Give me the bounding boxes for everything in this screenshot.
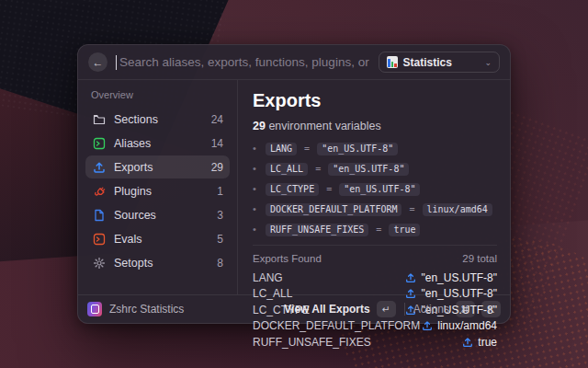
page-title: Exports: [253, 90, 497, 111]
upload-icon: [92, 160, 106, 174]
enter-key-icon[interactable]: ↵: [377, 301, 396, 317]
window-body: Overview Sections 24 Aliases 14 Exp: [78, 80, 510, 294]
sidebar-item-label: Exports: [114, 161, 203, 174]
sidebar-item-count: 5: [217, 233, 223, 246]
export-value: "en_US.UTF-8": [421, 271, 497, 284]
gear-icon: [92, 256, 106, 270]
sidebar-section-label: Overview: [91, 89, 224, 100]
action-bar: Zshrc Statistics View All Exports ↵ Acti…: [78, 294, 510, 323]
equals-sign: =: [315, 164, 321, 174]
sidebar-item-count: 1: [217, 185, 223, 198]
export-value: true: [478, 336, 497, 349]
list-item: • LANG = "en_US.UTF-8": [253, 141, 497, 156]
bullet-icon: •: [253, 224, 258, 235]
chevron-down-icon: ⌄: [484, 58, 492, 67]
env-var-list: • LANG = "en_US.UTF-8" • LC_ALL = "en_US…: [253, 141, 497, 237]
sidebar-item-count: 14: [211, 137, 223, 150]
sidebar-item-evals[interactable]: Evals 5: [85, 227, 230, 250]
text-caret: [116, 55, 117, 70]
dropdown-selected-value: Statistics: [403, 56, 480, 69]
sidebar-item-label: Plugins: [114, 185, 209, 198]
list-item: • LC_ALL = "en_US.UTF-8": [253, 161, 497, 177]
sidebar-item-label: Setopts: [114, 257, 209, 270]
equals-sign: =: [409, 204, 414, 214]
extension-app-icon: [87, 302, 102, 316]
sidebar-item-sections[interactable]: Sections 24: [85, 108, 230, 131]
sidebar-item-sources[interactable]: Sources 3: [85, 203, 230, 226]
var-name-chip: LC_ALL: [266, 163, 308, 176]
sidebar: Overview Sections 24 Aliases 14 Exp: [78, 80, 238, 294]
folder-icon: [92, 112, 106, 126]
terminal-orange-icon: [92, 232, 106, 246]
var-name-chip: DOCKER_DEFAULT_PLATFORM: [266, 203, 401, 216]
var-name-chip: LANG: [266, 143, 297, 155]
sidebar-item-label: Sources: [114, 209, 209, 222]
sidebar-item-exports[interactable]: Exports 29: [85, 155, 230, 178]
export-name: RUFF_UNSAFE_FIXES: [253, 336, 371, 349]
extension-name: Zshrc Statistics: [109, 303, 184, 316]
terminal-green-icon: [92, 136, 106, 150]
list-item: • DOCKER_DEFAULT_PLATFORM = linux/amd64: [253, 201, 497, 217]
bullet-icon: •: [253, 204, 258, 214]
statistics-dropdown[interactable]: Statistics ⌄: [379, 52, 500, 73]
subtitle-text: environment variables: [266, 120, 381, 132]
file-icon: [92, 208, 106, 222]
upload-icon: [462, 337, 473, 348]
var-value-chip: "en_US.UTF-8": [328, 163, 409, 176]
var-value-chip: "en_US.UTF-8": [317, 143, 398, 155]
plug-icon: [92, 184, 106, 198]
sidebar-item-label: Evals: [114, 233, 209, 246]
actions-button[interactable]: Actions: [413, 303, 449, 316]
table-row[interactable]: LANG "en_US.UTF-8": [253, 270, 497, 286]
equals-sign: =: [304, 144, 310, 154]
table-header-left: Exports Found: [253, 253, 322, 264]
sidebar-item-setopts[interactable]: Setopts 8: [85, 251, 230, 274]
subtitle-count: 29: [253, 120, 266, 132]
view-all-exports-button[interactable]: View All Exports: [284, 303, 369, 316]
table-header: Exports Found 29 total: [253, 251, 497, 266]
var-name-chip: RUFF_UNSAFE_FIXES: [266, 224, 368, 236]
equals-sign: =: [376, 224, 381, 235]
export-name: LANG: [253, 271, 283, 284]
list-item: • RUFF_UNSAFE_FIXES = true: [253, 222, 497, 237]
search-input[interactable]: Search aliases, exports, functions, plug…: [119, 55, 370, 69]
divider: [404, 303, 405, 316]
sidebar-item-count: 29: [211, 161, 223, 174]
sidebar-item-count: 8: [217, 257, 223, 270]
var-name-chip: LC_CTYPE: [266, 183, 319, 196]
sidebar-item-plugins[interactable]: Plugins 1: [85, 179, 230, 202]
table-header-right: 29 total: [462, 253, 497, 264]
list-item: • LC_CTYPE = "en_US.UTF-8": [253, 181, 497, 197]
k-key-icon[interactable]: K: [481, 301, 501, 317]
var-value-chip: true: [389, 224, 420, 236]
var-value-chip: linux/amd64: [423, 203, 492, 216]
bullet-icon: •: [253, 144, 258, 154]
upload-icon: [405, 272, 416, 283]
sidebar-item-count: 24: [211, 113, 223, 126]
sidebar-item-label: Sections: [114, 113, 203, 126]
launcher-window: ← Search aliases, exports, functions, pl…: [77, 44, 511, 324]
detail-panel: Exports 29 environment variables • LANG …: [238, 80, 510, 294]
sidebar-item-aliases[interactable]: Aliases 14: [85, 132, 230, 155]
var-value-chip: "en_US.UTF-8": [339, 183, 420, 196]
search-bar: ← Search aliases, exports, functions, pl…: [78, 45, 510, 80]
cmd-key-icon[interactable]: ⌘: [456, 301, 475, 317]
back-button[interactable]: ←: [88, 52, 107, 72]
subtitle: 29 environment variables: [253, 120, 497, 132]
bullet-icon: •: [253, 184, 258, 194]
bullet-icon: •: [253, 164, 258, 174]
equals-sign: =: [326, 184, 332, 194]
sidebar-item-label: Aliases: [114, 137, 203, 150]
table-row[interactable]: RUFF_UNSAFE_FIXES true: [253, 334, 497, 351]
bar-chart-icon: [387, 56, 398, 68]
sidebar-item-count: 3: [217, 209, 223, 222]
back-arrow-icon: ←: [93, 57, 104, 68]
